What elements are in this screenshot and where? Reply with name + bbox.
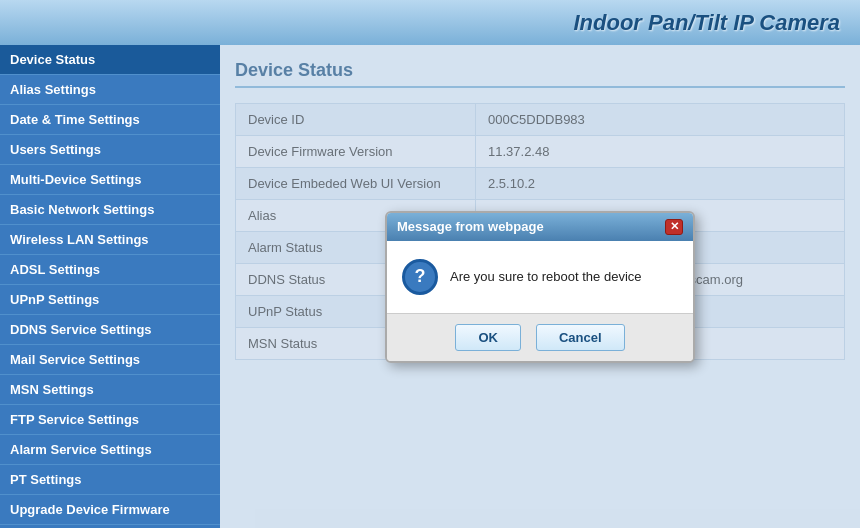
sidebar-item-ddns[interactable]: DDNS Service Settings — [0, 315, 220, 345]
modal-title: Message from webpage — [397, 219, 544, 234]
sidebar-item-pt-settings[interactable]: PT Settings — [0, 465, 220, 495]
sidebar-item-multi-device[interactable]: Multi-Device Settings — [0, 165, 220, 195]
main-layout: Device Status Alias Settings Date & Time… — [0, 45, 860, 528]
app-title: Indoor Pan/Tilt IP Camera — [573, 10, 840, 36]
main-content: Device Status Device ID000C5DDDB983Devic… — [220, 45, 860, 528]
close-icon: ✕ — [670, 220, 679, 233]
sidebar-item-ftp[interactable]: FTP Service Settings — [0, 405, 220, 435]
sidebar-item-basic-network[interactable]: Basic Network Settings — [0, 195, 220, 225]
sidebar-item-msn[interactable]: MSN Settings — [0, 375, 220, 405]
sidebar-item-mail-service[interactable]: Mail Service Settings — [0, 345, 220, 375]
sidebar-item-users[interactable]: Users Settings — [0, 135, 220, 165]
sidebar-item-upnp[interactable]: UPnP Settings — [0, 285, 220, 315]
sidebar: Device Status Alias Settings Date & Time… — [0, 45, 220, 528]
sidebar-item-alarm-service[interactable]: Alarm Service Settings — [0, 435, 220, 465]
app-header: Indoor Pan/Tilt IP Camera — [0, 0, 860, 45]
modal-footer: OK Cancel — [387, 313, 693, 361]
modal-cancel-button[interactable]: Cancel — [536, 324, 625, 351]
modal-header: Message from webpage ✕ — [387, 213, 693, 241]
sidebar-item-wireless-lan[interactable]: Wireless LAN Settings — [0, 225, 220, 255]
sidebar-item-device-status[interactable]: Device Status — [0, 45, 220, 75]
sidebar-item-upgrade-firmware[interactable]: Upgrade Device Firmware — [0, 495, 220, 525]
modal-overlay: Message from webpage ✕ ? Are you sure to… — [220, 45, 860, 528]
modal-dialog: Message from webpage ✕ ? Are you sure to… — [385, 211, 695, 363]
modal-message: Are you sure to reboot the device — [450, 269, 642, 284]
modal-ok-button[interactable]: OK — [455, 324, 521, 351]
question-icon: ? — [402, 259, 438, 295]
sidebar-item-adsl[interactable]: ADSL Settings — [0, 255, 220, 285]
sidebar-item-date-time[interactable]: Date & Time Settings — [0, 105, 220, 135]
modal-body: ? Are you sure to reboot the device — [387, 241, 693, 313]
modal-close-button[interactable]: ✕ — [665, 219, 683, 235]
sidebar-item-alias-settings[interactable]: Alias Settings — [0, 75, 220, 105]
